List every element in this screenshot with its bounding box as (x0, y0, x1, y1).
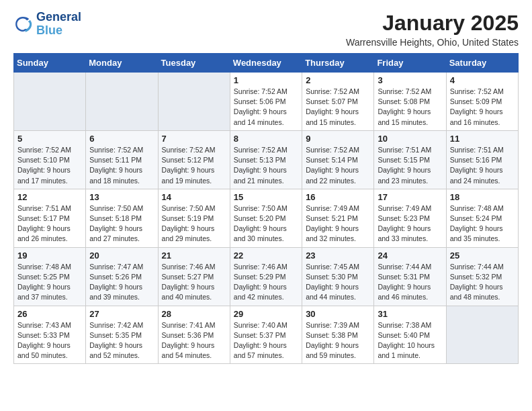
day-number: 14 (162, 192, 226, 202)
weekday-header-friday: Friday (374, 54, 446, 73)
day-number: 11 (450, 134, 515, 144)
subtitle: Warrensville Heights, Ohio, United State… (346, 37, 519, 48)
calendar-cell: 19Sunrise: 7:48 AM Sunset: 5:25 PM Dayli… (14, 247, 86, 306)
calendar-cell: 23Sunrise: 7:45 AM Sunset: 5:30 PM Dayli… (302, 247, 374, 306)
page: General Blue January 2025 Warrensville H… (0, 0, 532, 375)
calendar-cell: 8Sunrise: 7:52 AM Sunset: 5:13 PM Daylig… (230, 130, 302, 189)
day-number: 7 (162, 134, 226, 144)
weekday-header-wednesday: Wednesday (230, 54, 302, 73)
day-info: Sunrise: 7:41 AM Sunset: 5:36 PM Dayligh… (162, 320, 226, 361)
day-info: Sunrise: 7:52 AM Sunset: 5:06 PM Dayligh… (234, 87, 298, 128)
logo-line2: Blue (36, 24, 62, 37)
day-number: 17 (378, 192, 442, 202)
calendar-cell: 14Sunrise: 7:50 AM Sunset: 5:19 PM Dayli… (158, 189, 230, 247)
calendar-table: SundayMondayTuesdayWednesdayThursdayFrid… (13, 53, 519, 364)
day-number: 12 (17, 192, 82, 202)
day-info: Sunrise: 7:46 AM Sunset: 5:29 PM Dayligh… (234, 262, 298, 303)
day-number: 2 (306, 75, 370, 85)
day-info: Sunrise: 7:48 AM Sunset: 5:25 PM Dayligh… (17, 262, 82, 303)
day-number: 6 (89, 134, 154, 144)
day-number: 29 (234, 309, 298, 319)
day-number: 5 (17, 134, 82, 144)
day-info: Sunrise: 7:52 AM Sunset: 5:08 PM Dayligh… (378, 87, 442, 128)
calendar-cell: 5Sunrise: 7:52 AM Sunset: 5:10 PM Daylig… (14, 130, 86, 189)
day-info: Sunrise: 7:50 AM Sunset: 5:20 PM Dayligh… (234, 203, 298, 244)
day-info: Sunrise: 7:52 AM Sunset: 5:11 PM Dayligh… (89, 145, 154, 186)
calendar-cell: 12Sunrise: 7:51 AM Sunset: 5:17 PM Dayli… (14, 189, 86, 247)
day-info: Sunrise: 7:38 AM Sunset: 5:40 PM Dayligh… (378, 320, 442, 361)
calendar-cell: 31Sunrise: 7:38 AM Sunset: 5:40 PM Dayli… (374, 306, 446, 364)
day-number: 31 (378, 309, 442, 319)
day-info: Sunrise: 7:51 AM Sunset: 5:15 PM Dayligh… (378, 145, 442, 186)
logo-line1: General (36, 11, 81, 24)
day-number: 8 (234, 134, 298, 144)
day-info: Sunrise: 7:52 AM Sunset: 5:12 PM Dayligh… (162, 145, 226, 186)
calendar-cell: 30Sunrise: 7:39 AM Sunset: 5:38 PM Dayli… (302, 306, 374, 364)
day-info: Sunrise: 7:52 AM Sunset: 5:10 PM Dayligh… (17, 145, 82, 186)
day-info: Sunrise: 7:51 AM Sunset: 5:17 PM Dayligh… (17, 203, 82, 244)
day-number: 18 (450, 192, 515, 202)
day-number: 19 (17, 250, 82, 261)
logo-icon (13, 15, 32, 34)
day-number: 25 (450, 250, 515, 261)
day-info: Sunrise: 7:45 AM Sunset: 5:30 PM Dayligh… (306, 262, 370, 303)
calendar-cell: 29Sunrise: 7:40 AM Sunset: 5:37 PM Dayli… (230, 306, 302, 364)
day-number: 4 (450, 75, 515, 85)
day-info: Sunrise: 7:52 AM Sunset: 5:13 PM Dayligh… (234, 145, 298, 186)
calendar-cell (86, 73, 158, 131)
logo-text: General Blue (36, 11, 81, 38)
calendar-week-row: 26Sunrise: 7:43 AM Sunset: 5:33 PM Dayli… (14, 306, 519, 364)
calendar-cell: 20Sunrise: 7:47 AM Sunset: 5:26 PM Dayli… (86, 247, 158, 306)
calendar-cell: 21Sunrise: 7:46 AM Sunset: 5:27 PM Dayli… (158, 247, 230, 306)
calendar-week-row: 12Sunrise: 7:51 AM Sunset: 5:17 PM Dayli… (14, 189, 519, 247)
day-info: Sunrise: 7:46 AM Sunset: 5:27 PM Dayligh… (162, 262, 226, 303)
weekday-header-monday: Monday (86, 54, 158, 73)
calendar-cell: 10Sunrise: 7:51 AM Sunset: 5:15 PM Dayli… (374, 130, 446, 189)
calendar-cell: 26Sunrise: 7:43 AM Sunset: 5:33 PM Dayli… (14, 306, 86, 364)
title-block: January 2025 Warrensville Heights, Ohio,… (346, 11, 519, 48)
calendar-week-row: 5Sunrise: 7:52 AM Sunset: 5:10 PM Daylig… (14, 130, 519, 189)
day-number: 10 (378, 134, 442, 144)
day-info: Sunrise: 7:48 AM Sunset: 5:24 PM Dayligh… (450, 203, 515, 244)
day-info: Sunrise: 7:51 AM Sunset: 5:16 PM Dayligh… (450, 145, 515, 186)
day-number: 28 (162, 309, 226, 319)
calendar-cell: 1Sunrise: 7:52 AM Sunset: 5:06 PM Daylig… (230, 73, 302, 131)
calendar-week-row: 19Sunrise: 7:48 AM Sunset: 5:25 PM Dayli… (14, 247, 519, 306)
calendar-cell (158, 73, 230, 131)
calendar-cell: 24Sunrise: 7:44 AM Sunset: 5:31 PM Dayli… (374, 247, 446, 306)
weekday-header-thursday: Thursday (302, 54, 374, 73)
calendar-week-row: 1Sunrise: 7:52 AM Sunset: 5:06 PM Daylig… (14, 73, 519, 131)
day-number: 16 (306, 192, 370, 202)
calendar-cell: 9Sunrise: 7:52 AM Sunset: 5:14 PM Daylig… (302, 130, 374, 189)
day-number: 9 (306, 134, 370, 144)
calendar-cell: 17Sunrise: 7:49 AM Sunset: 5:23 PM Dayli… (374, 189, 446, 247)
logo: General Blue (13, 11, 81, 38)
calendar-cell: 11Sunrise: 7:51 AM Sunset: 5:16 PM Dayli… (446, 130, 518, 189)
calendar-cell: 22Sunrise: 7:46 AM Sunset: 5:29 PM Dayli… (230, 247, 302, 306)
day-info: Sunrise: 7:52 AM Sunset: 5:14 PM Dayligh… (306, 145, 370, 186)
day-number: 15 (234, 192, 298, 202)
weekday-header-tuesday: Tuesday (158, 54, 230, 73)
calendar-cell: 16Sunrise: 7:49 AM Sunset: 5:21 PM Dayli… (302, 189, 374, 247)
day-number: 22 (234, 250, 298, 261)
day-info: Sunrise: 7:44 AM Sunset: 5:31 PM Dayligh… (378, 262, 442, 303)
calendar-cell: 18Sunrise: 7:48 AM Sunset: 5:24 PM Dayli… (446, 189, 518, 247)
day-number: 3 (378, 75, 442, 85)
day-info: Sunrise: 7:44 AM Sunset: 5:32 PM Dayligh… (450, 262, 515, 303)
day-info: Sunrise: 7:50 AM Sunset: 5:18 PM Dayligh… (89, 203, 154, 244)
day-info: Sunrise: 7:52 AM Sunset: 5:09 PM Dayligh… (450, 87, 515, 128)
day-info: Sunrise: 7:43 AM Sunset: 5:33 PM Dayligh… (17, 320, 82, 361)
calendar-cell: 2Sunrise: 7:52 AM Sunset: 5:07 PM Daylig… (302, 73, 374, 131)
day-number: 30 (306, 309, 370, 319)
calendar-cell (14, 73, 86, 131)
weekday-header-saturday: Saturday (446, 54, 518, 73)
day-number: 27 (89, 309, 154, 319)
day-number: 21 (162, 250, 226, 261)
day-info: Sunrise: 7:49 AM Sunset: 5:21 PM Dayligh… (306, 203, 370, 244)
calendar-cell: 28Sunrise: 7:41 AM Sunset: 5:36 PM Dayli… (158, 306, 230, 364)
weekday-header-sunday: Sunday (14, 54, 86, 73)
day-number: 23 (306, 250, 370, 261)
day-info: Sunrise: 7:49 AM Sunset: 5:23 PM Dayligh… (378, 203, 442, 244)
calendar-cell: 4Sunrise: 7:52 AM Sunset: 5:09 PM Daylig… (446, 73, 518, 131)
day-info: Sunrise: 7:52 AM Sunset: 5:07 PM Dayligh… (306, 87, 370, 128)
